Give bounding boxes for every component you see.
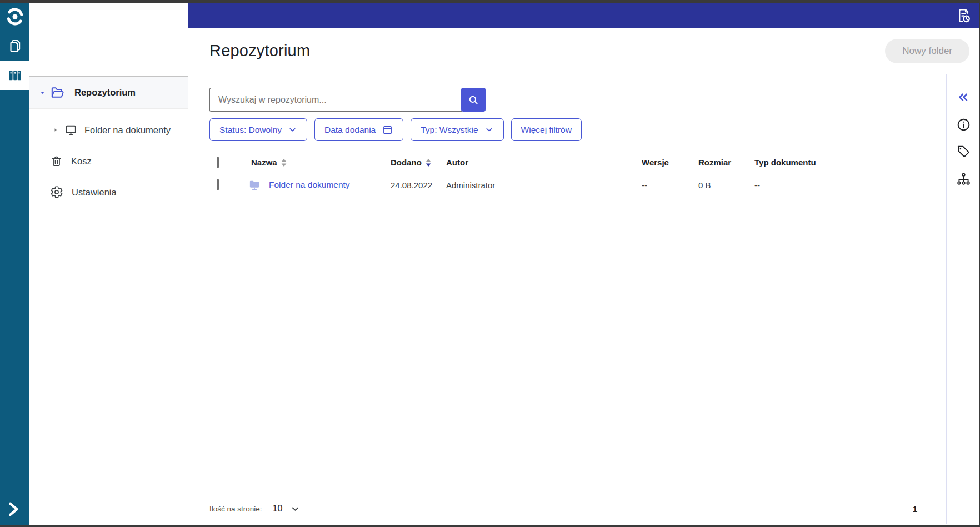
chevron-down-icon — [484, 125, 494, 134]
table-row[interactable]: Folder na dokumenty 24.08.2022 Administr… — [209, 174, 945, 195]
caret-right-icon[interactable] — [52, 127, 59, 133]
per-page-select[interactable] — [290, 504, 301, 514]
row-author: Administrator — [446, 180, 642, 190]
row-folder-link[interactable]: Folder na dokumenty — [269, 180, 350, 190]
select-all-checkbox[interactable] — [217, 157, 219, 168]
folder-stand-icon — [247, 178, 262, 192]
rail-spacer — [0, 90, 29, 494]
sidebar-item-ustawienia[interactable]: Ustawienia — [29, 184, 188, 200]
search-icon — [467, 94, 479, 106]
chevron-down-icon — [290, 504, 301, 514]
sort-icon-nazwa[interactable] — [281, 159, 287, 167]
filter-label: Status: Dowolny — [219, 125, 282, 135]
row-size: 0 B — [698, 180, 754, 190]
column-header-typ-dokumentu: Typ dokumentu — [754, 158, 816, 167]
hierarchy-icon — [956, 172, 971, 187]
rail-expand-button[interactable] — [0, 494, 29, 525]
per-page-label: Ilość na stronie: — [209, 505, 262, 513]
repository-table: Nazwa Dodano — [209, 151, 945, 195]
rail-item-documents[interactable] — [0, 31, 29, 61]
filter-label: Typ: Wszystkie — [421, 125, 478, 135]
trash-icon — [50, 155, 63, 168]
sidebar-item-kosz[interactable]: Kosz — [29, 153, 188, 169]
shared-folder-icon — [64, 123, 78, 137]
row-checkbox[interactable] — [217, 179, 219, 190]
app-rail — [0, 3, 29, 525]
sort-icon-dodano[interactable] — [426, 159, 431, 167]
window-frame-bottom — [0, 525, 980, 527]
column-header-nazwa: Nazwa — [251, 158, 277, 167]
sidebar-item-label: Kosz — [71, 156, 92, 167]
current-page-number: 1 — [913, 504, 917, 514]
chevron-right-icon — [4, 500, 22, 519]
row-added: 24.08.2022 — [391, 180, 446, 190]
swirl-logo-icon — [5, 7, 25, 27]
filter-more-chip[interactable]: Więcej filtrów — [511, 118, 582, 141]
column-header-dodano: Dodano — [391, 158, 422, 167]
info-icon — [956, 117, 971, 132]
sidebar-item-label: Ustawienia — [72, 187, 117, 198]
document-history-button[interactable] — [953, 5, 974, 26]
collapse-panel-button[interactable] — [955, 89, 972, 106]
content-panel: Status: Dowolny Data dodania — [188, 74, 946, 524]
rail-item-repository[interactable] — [0, 61, 29, 90]
document-history-icon — [954, 7, 972, 24]
calendar-icon — [382, 124, 393, 135]
tags-panel-button[interactable] — [955, 143, 972, 160]
filter-label: Więcej filtrów — [521, 125, 572, 135]
repository-search-input[interactable] — [209, 88, 462, 112]
collapse-double-chevron-icon — [956, 90, 971, 104]
row-versions: -- — [642, 180, 698, 190]
binders-icon — [7, 68, 23, 83]
sidebar-item-label: Folder na dokumenty — [84, 125, 171, 135]
sidebar: Repozytorium Folder na dokumenty — [29, 3, 188, 525]
per-page-value: 10 — [273, 504, 283, 514]
window-frame-top — [0, 0, 980, 3]
column-header-rozmiar: Rozmiar — [698, 158, 731, 167]
column-header-autor: Autor — [446, 158, 468, 167]
documents-icon — [7, 37, 23, 54]
info-panel-button[interactable] — [955, 116, 972, 133]
caret-down-icon[interactable] — [38, 88, 47, 97]
folder-open-icon — [50, 85, 65, 100]
main-area: Repozytorium Nowy folder — [188, 28, 980, 525]
filter-chips: Status: Dowolny Data dodania — [209, 118, 946, 141]
page-title: Repozytorium — [209, 42, 310, 60]
sidebar-item-repozytorium[interactable]: Repozytorium — [29, 76, 188, 109]
hierarchy-panel-button[interactable] — [955, 170, 972, 187]
table-header-row: Nazwa Dodano — [209, 151, 945, 174]
filter-status-chip[interactable]: Status: Dowolny — [209, 118, 307, 141]
new-folder-button[interactable]: Nowy folder — [885, 39, 969, 63]
topbar — [188, 3, 980, 28]
right-panel-rail — [946, 74, 980, 524]
column-header-wersje: Wersje — [642, 158, 669, 167]
chevron-down-icon — [288, 125, 297, 134]
gear-icon — [50, 185, 63, 199]
search-bar — [209, 88, 486, 112]
row-doc-type: -- — [754, 180, 945, 190]
page-header: Repozytorium Nowy folder — [188, 28, 980, 74]
sidebar-item-folder-na-dokumenty[interactable]: Folder na dokumenty — [29, 122, 188, 138]
tag-icon — [956, 144, 971, 159]
filter-date-added-chip[interactable]: Data dodania — [314, 118, 403, 141]
search-button[interactable] — [461, 88, 486, 112]
filter-label: Data dodania — [324, 125, 376, 135]
filter-type-chip[interactable]: Typ: Wszystkie — [411, 118, 503, 141]
app-logo-button[interactable] — [0, 3, 29, 31]
pagination-bar: Ilość na stronie: 10 1 — [209, 500, 946, 517]
app-window: Repozytorium Folder na dokumenty — [0, 0, 980, 527]
sidebar-item-label: Repozytorium — [74, 87, 136, 98]
